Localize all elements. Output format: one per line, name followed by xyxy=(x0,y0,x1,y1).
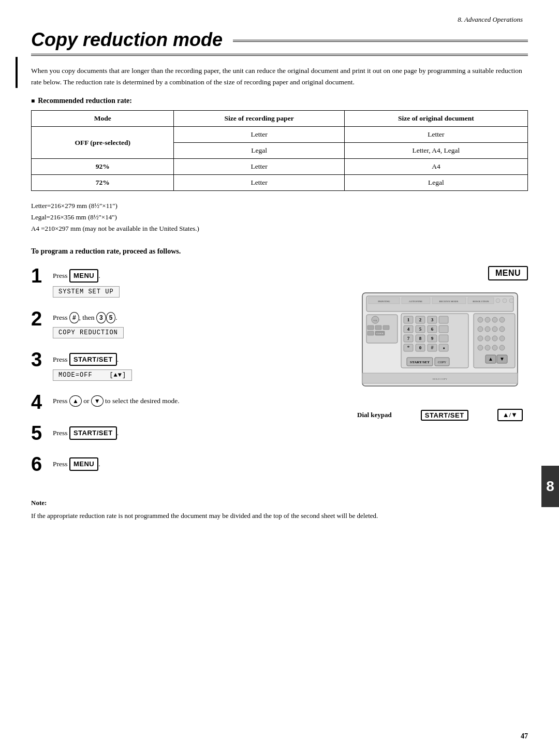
device-panel: MENU PRINTING AUTO/FINE RECEIVE MODE RES… xyxy=(352,266,528,485)
step-2: 2 Press #, then 35. COPY REDUCTION xyxy=(31,309,336,338)
svg-point-55 xyxy=(492,317,497,322)
svg-text:6: 6 xyxy=(431,327,434,332)
step-4-text: Press ▲ or ▼ to select the desired mode. xyxy=(53,395,180,407)
reduction-table: Mode Size of recording paper Size of ori… xyxy=(31,110,528,191)
col-header-original: Size of original document xyxy=(344,111,527,127)
svg-rect-29 xyxy=(439,316,448,323)
step-6-text: Press MENU. xyxy=(53,457,100,471)
section-label: Recommended reduction rate: xyxy=(31,97,528,105)
svg-point-64 xyxy=(499,336,505,341)
page-title: Copy reduction mode xyxy=(31,29,528,56)
recording-letter-1: Letter xyxy=(174,127,344,143)
chapter-number: 8 xyxy=(546,478,554,495)
svg-point-62 xyxy=(485,336,490,341)
original-legal: Legal xyxy=(344,175,527,191)
svg-point-11 xyxy=(503,299,507,303)
svg-text:VOL: VOL xyxy=(373,319,378,322)
mode-72: 72% xyxy=(32,175,174,191)
chapter-tab: 8 xyxy=(541,466,559,507)
step-number-4: 4 xyxy=(31,392,48,412)
startset-button-5: START/SET xyxy=(69,426,117,440)
recording-letter-2: Letter xyxy=(174,159,344,175)
svg-text:#: # xyxy=(431,345,434,350)
left-border-bar xyxy=(16,57,18,88)
svg-rect-19 xyxy=(367,331,374,335)
step-6: 6 Press MENU. xyxy=(31,454,336,474)
steps-list: 1 Press MENU. SYSTEM SET UP 2 Press #, t… xyxy=(31,266,336,485)
svg-text:COPY: COPY xyxy=(438,361,447,364)
title-text: Copy reduction mode xyxy=(31,29,223,51)
step-1-display: SYSTEM SET UP xyxy=(53,286,120,298)
original-letter-a4-legal: Letter, A4, Legal xyxy=(344,143,527,159)
step-number-3: 3 xyxy=(31,350,48,369)
device-svg: PRINTING AUTO/FINE RECEIVE MODE RESOLUTI… xyxy=(357,288,523,402)
svg-text:▼: ▼ xyxy=(499,356,505,362)
svg-text:▲: ▲ xyxy=(488,356,493,362)
original-letter: Letter xyxy=(344,127,527,143)
note-title: Note: xyxy=(31,498,528,509)
step-5: 5 Press START/SET. xyxy=(31,423,336,443)
recording-letter-3: Letter xyxy=(174,175,344,191)
svg-rect-16 xyxy=(367,325,374,330)
table-notes: Letter=216×279 mm (8½"×11") Legal=216×35… xyxy=(31,200,528,234)
step-4: 4 Press ▲ or ▼ to select the desired mod… xyxy=(31,392,336,412)
hash-button: # xyxy=(69,312,79,323)
page-number: 47 xyxy=(521,732,528,740)
svg-point-54 xyxy=(485,317,490,322)
step-number-1: 1 xyxy=(31,266,48,286)
svg-point-12 xyxy=(509,299,513,303)
step-6-content: Press MENU. xyxy=(53,454,100,473)
svg-text:RESOLUTION: RESOLUTION xyxy=(473,300,489,303)
svg-text:CLOCK: CLOCK xyxy=(376,332,384,335)
step-1: 1 Press MENU. SYSTEM SET UP xyxy=(31,266,336,298)
step-5-content: Press START/SET. xyxy=(53,423,119,442)
svg-text:AUTO/FINE: AUTO/FINE xyxy=(409,300,422,303)
col-header-mode: Mode xyxy=(32,111,174,127)
svg-point-66 xyxy=(485,345,490,350)
svg-point-53 xyxy=(478,317,483,322)
svg-rect-43 xyxy=(439,335,448,342)
svg-text:4: 4 xyxy=(407,327,410,332)
button-5: 5 xyxy=(106,312,116,323)
note-section: Note: If the appropriate reduction rate … xyxy=(31,498,528,522)
svg-text:START/SET: START/SET xyxy=(410,360,430,364)
menu-label-top: MENU xyxy=(488,266,528,280)
step-2-display: COPY REDUCTION xyxy=(53,327,124,338)
steps-container: 1 Press MENU. SYSTEM SET UP 2 Press #, t… xyxy=(31,266,528,485)
up-button: ▲ xyxy=(69,395,82,407)
intro-paragraph: When you copy documents that are longer … xyxy=(31,65,528,87)
svg-text:5: 5 xyxy=(419,327,422,332)
step-1-content: Press MENU. SYSTEM SET UP xyxy=(53,266,120,298)
step-3-text: Press START/SET. xyxy=(53,353,132,366)
svg-text:2: 2 xyxy=(419,317,422,322)
svg-rect-18 xyxy=(383,325,389,330)
svg-text:PRINTING: PRINTING xyxy=(378,300,390,303)
svg-point-65 xyxy=(478,345,483,350)
step-2-content: Press #, then 35. COPY REDUCTION xyxy=(53,309,124,338)
svg-text:*: * xyxy=(407,345,410,350)
svg-text:7: 7 xyxy=(407,336,410,341)
svg-text:0: 0 xyxy=(419,345,422,350)
button-3: 3 xyxy=(96,312,106,323)
svg-text:HOLD COPY: HOLD COPY xyxy=(433,378,448,380)
svg-point-63 xyxy=(492,336,497,341)
device-labels: Dial keypad START/SET ▲/▼ xyxy=(357,407,523,423)
svg-point-59 xyxy=(492,327,497,332)
step-number-6: 6 xyxy=(31,454,48,474)
svg-text:9: 9 xyxy=(431,336,434,341)
svg-rect-36 xyxy=(439,325,448,333)
step-3-display: MODE=OFF [▲▼] xyxy=(53,369,132,381)
down-button: ▼ xyxy=(91,395,104,407)
header-text: 8. Advanced Operations xyxy=(458,16,523,23)
dial-keypad-label: Dial keypad xyxy=(357,411,392,419)
step-1-text: Press MENU. xyxy=(53,269,120,283)
program-heading: To program a reduction rate, proceed as … xyxy=(31,246,528,257)
mode-92: 92% xyxy=(32,159,174,175)
svg-point-67 xyxy=(492,345,497,350)
step-number-2: 2 xyxy=(31,309,48,329)
startset-button-3: START/SET xyxy=(69,353,117,366)
svg-point-10 xyxy=(496,299,500,303)
mode-off: OFF (pre-selected) xyxy=(32,127,174,159)
arrow-label: ▲/▼ xyxy=(497,409,523,421)
startset-label: START/SET xyxy=(421,410,468,421)
